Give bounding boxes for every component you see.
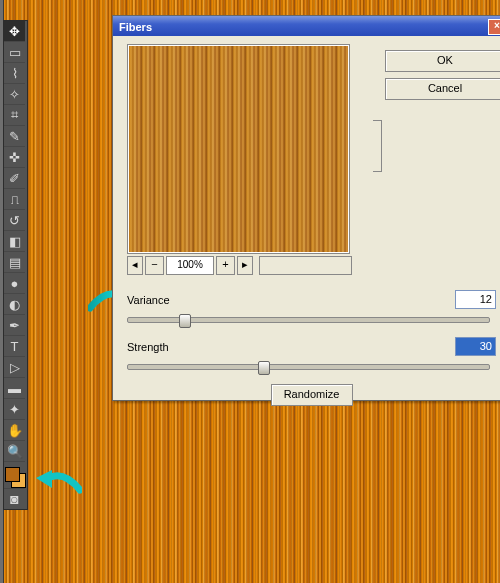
3d-tool[interactable]: ✦: [4, 399, 25, 420]
shape-tool[interactable]: ▬: [4, 378, 25, 399]
lasso-tool[interactable]: ⌇: [4, 63, 25, 84]
history-brush-tool[interactable]: ↺: [4, 210, 25, 231]
close-icon: ×: [494, 20, 500, 31]
filter-controls: Variance 12 Strength 30 Randomize: [127, 290, 496, 406]
magic-wand-tool[interactable]: ✧: [4, 84, 25, 105]
strength-value-field[interactable]: 30: [455, 337, 496, 356]
brush-tool[interactable]: ✐: [4, 168, 25, 189]
cancel-button[interactable]: Cancel: [385, 78, 500, 100]
strength-label: Strength: [127, 341, 183, 353]
toolbox: ✥▭⌇✧⌗✎✜✐⎍↺◧▤●◐✒T▷▬✦✋🔍◙: [3, 20, 28, 510]
marquee-tool[interactable]: ▭: [4, 42, 25, 63]
dialog-titlebar[interactable]: Fibers ×: [113, 16, 500, 36]
path-selection-tool[interactable]: ▷: [4, 357, 25, 378]
cancel-label: Cancel: [428, 82, 462, 94]
dialog-title: Fibers: [119, 21, 152, 33]
variance-row: Variance 12: [127, 290, 496, 309]
variance-slider-thumb[interactable]: [179, 314, 191, 328]
scroll-right-button[interactable]: ▸: [237, 256, 253, 275]
plus-icon: +: [222, 258, 228, 270]
zoom-bar: ◂ − 100% + ▸: [127, 256, 352, 274]
dialog-action-buttons: OK Cancel: [385, 50, 500, 100]
strength-slider-thumb[interactable]: [258, 361, 270, 375]
eyedropper-tool[interactable]: ✎: [4, 126, 25, 147]
chevron-left-icon: ◂: [132, 258, 138, 270]
preview-frame: ◂ − 100% + ▸: [127, 44, 352, 276]
type-tool[interactable]: T: [4, 336, 25, 357]
strength-slider[interactable]: [127, 364, 490, 370]
blur-tool[interactable]: ●: [4, 273, 25, 294]
color-swatch[interactable]: [4, 466, 25, 488]
hidden-panel-edge: [373, 120, 382, 172]
pen-tool[interactable]: ✒: [4, 315, 25, 336]
clone-stamp-tool[interactable]: ⎍: [4, 189, 25, 210]
quick-mask-toggle[interactable]: ◙: [4, 488, 25, 509]
move-tool[interactable]: ✥: [4, 21, 25, 42]
gradient-tool[interactable]: ▤: [4, 252, 25, 273]
foreground-color[interactable]: [5, 467, 20, 482]
strength-row: Strength 30: [127, 337, 496, 356]
healing-brush-tool[interactable]: ✜: [4, 147, 25, 168]
chevron-right-icon: ▸: [242, 258, 248, 270]
close-button[interactable]: ×: [488, 19, 500, 35]
variance-label: Variance: [127, 294, 183, 306]
dodge-tool[interactable]: ◐: [4, 294, 25, 315]
randomize-button[interactable]: Randomize: [271, 384, 353, 406]
eraser-tool[interactable]: ◧: [4, 231, 25, 252]
scroll-left-button[interactable]: ◂: [127, 256, 143, 275]
fibers-dialog: Fibers × ◂ − 100% + ▸: [112, 15, 500, 401]
zoom-in-button[interactable]: +: [216, 256, 235, 275]
zoom-tool[interactable]: 🔍: [4, 441, 25, 462]
hand-tool[interactable]: ✋: [4, 420, 25, 441]
dialog-body: ◂ − 100% + ▸ OK Cancel: [113, 36, 500, 400]
randomize-label: Randomize: [284, 388, 340, 400]
zoom-out-button[interactable]: −: [145, 256, 164, 275]
ok-label: OK: [437, 54, 453, 66]
crop-tool[interactable]: ⌗: [4, 105, 25, 126]
preview-image[interactable]: [127, 44, 350, 254]
minus-icon: −: [151, 258, 157, 270]
zoom-value: 100%: [166, 256, 214, 275]
variance-slider[interactable]: [127, 317, 490, 323]
variance-value-field[interactable]: 12: [455, 290, 496, 309]
preview-scrollbar[interactable]: [259, 256, 352, 275]
ok-button[interactable]: OK: [385, 50, 500, 72]
